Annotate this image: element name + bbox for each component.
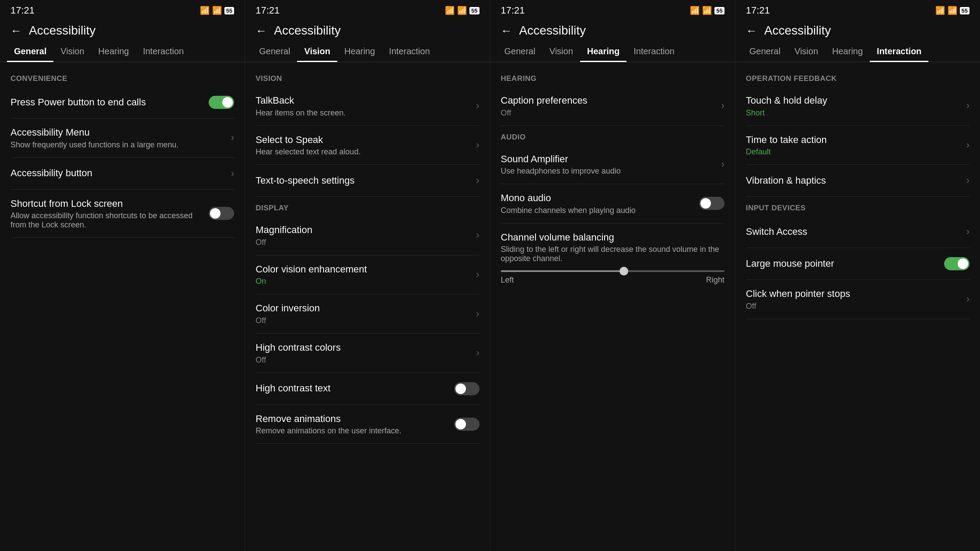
tab-vision[interactable]: Vision <box>542 41 580 62</box>
page-title: Accessibility <box>274 24 340 38</box>
back-button[interactable]: ← <box>746 24 757 38</box>
toggle-switch[interactable] <box>454 382 480 395</box>
toggle-thumb <box>222 97 233 108</box>
tab-general[interactable]: General <box>742 41 788 62</box>
chevron-right-icon: › <box>476 308 479 320</box>
page-title: Accessibility <box>519 24 586 38</box>
wifi-icon: 📶 <box>690 6 700 15</box>
row-content: Touch & hold delayShort <box>746 94 961 118</box>
settings-row[interactable]: Caption preferencesOff› <box>490 87 735 126</box>
status-icons: 📶 📶 55 <box>200 6 234 15</box>
settings-row[interactable]: Vibration & haptics› <box>735 165 980 196</box>
settings-row[interactable]: Shortcut from Lock screenAllow accessibi… <box>0 190 245 238</box>
tab-interaction[interactable]: Interaction <box>136 41 191 62</box>
settings-row[interactable]: Remove animationsRemove animations on th… <box>245 405 490 444</box>
settings-row[interactable]: Press Power button to end calls <box>0 87 245 118</box>
tab-hearing[interactable]: Hearing <box>91 41 136 62</box>
divider <box>256 443 479 444</box>
slider-track[interactable] <box>501 270 724 272</box>
settings-row[interactable]: Color inversionOff› <box>245 294 490 333</box>
tab-interaction[interactable]: Interaction <box>626 41 681 62</box>
row-subtitle: Hear items on the screen. <box>256 108 471 118</box>
tab-vision[interactable]: Vision <box>297 41 337 62</box>
chevron-right-icon: › <box>476 175 479 186</box>
row-subtitle: Sliding to the left or right will decrea… <box>501 245 724 263</box>
settings-row[interactable]: Large mouse pointer <box>735 248 980 279</box>
tab-general[interactable]: General <box>7 41 53 62</box>
tab-general[interactable]: General <box>497 41 542 62</box>
battery-badge: 55 <box>714 7 724 14</box>
settings-row[interactable]: High contrast text <box>245 373 490 405</box>
slider-label-right: Right <box>706 276 724 285</box>
tab-vision[interactable]: Vision <box>53 41 91 62</box>
settings-row[interactable]: Click when pointer stopsOff› <box>735 280 980 319</box>
settings-row[interactable]: Touch & hold delayShort› <box>735 87 980 126</box>
toggle-switch[interactable] <box>209 207 234 220</box>
tab-hearing[interactable]: Hearing <box>337 41 382 62</box>
chevron-right-icon: › <box>966 139 970 151</box>
settings-row[interactable]: MagnificationOff› <box>245 216 490 255</box>
settings-row[interactable]: Select to SpeakHear selected text read a… <box>245 126 490 165</box>
settings-row[interactable]: Time to take actionDefault› <box>735 126 980 165</box>
settings-row[interactable]: Sound AmplifierUse headphones to improve… <box>490 145 735 184</box>
row-content: Press Power button to end calls <box>10 96 203 109</box>
tab-interaction[interactable]: Interaction <box>382 41 437 62</box>
status-time: 17:21 <box>746 5 770 16</box>
tab-hearing[interactable]: Hearing <box>580 41 626 62</box>
toggle-switch[interactable] <box>699 197 724 210</box>
settings-row[interactable]: Text-to-speech settings› <box>245 165 490 196</box>
row-content: Large mouse pointer <box>746 258 939 270</box>
back-button[interactable]: ← <box>256 24 267 38</box>
chevron-right-icon: › <box>966 293 970 305</box>
back-button[interactable]: ← <box>501 24 512 38</box>
row-content: Accessibility button <box>10 167 226 180</box>
settings-row[interactable]: Channel volume balancingSliding to the l… <box>490 223 735 293</box>
toggle-switch[interactable] <box>944 257 970 270</box>
row-title: Click when pointer stops <box>746 288 961 300</box>
status-icons: 📶 📶 55 <box>935 6 970 15</box>
tab-general[interactable]: General <box>252 41 297 62</box>
tab-interaction[interactable]: Interaction <box>870 41 928 62</box>
toggle-switch[interactable] <box>209 96 234 109</box>
chevron-right-icon: › <box>966 100 970 112</box>
row-title: High contrast text <box>256 382 448 395</box>
page-title: Accessibility <box>764 24 831 38</box>
section-label: INPUT DEVICES <box>735 197 980 216</box>
settings-row[interactable]: Mono audioCombine channels when playing … <box>490 184 735 223</box>
section-label: DISPLAY <box>245 197 490 216</box>
content-area: CONVENIENCEPress Power button to end cal… <box>0 64 245 551</box>
toggle-switch[interactable] <box>454 418 480 431</box>
settings-row[interactable]: Switch Access› <box>735 216 980 248</box>
settings-row[interactable]: TalkBackHear items on the screen.› <box>245 87 490 126</box>
tab-vision[interactable]: Vision <box>788 41 825 62</box>
row-value: Off <box>256 316 471 325</box>
row-content: Vibration & haptics <box>746 174 961 187</box>
row-title: Time to take action <box>746 134 961 146</box>
settings-row[interactable]: High contrast colorsOff› <box>245 334 490 373</box>
settings-row[interactable]: Accessibility button› <box>0 158 245 189</box>
battery-badge: 55 <box>960 7 970 14</box>
slider-thumb[interactable] <box>620 267 628 276</box>
divider <box>10 237 234 238</box>
settings-row[interactable]: Color vision enhancementOn› <box>245 255 490 294</box>
slider-container[interactable]: Left Right <box>501 263 724 285</box>
section-label: AUDIO <box>490 126 735 145</box>
toggle-thumb <box>210 208 220 219</box>
wifi-icon: 📶 <box>935 6 945 15</box>
row-content: Caption preferencesOff <box>501 94 716 118</box>
tabs-bar: GeneralVisionHearingInteraction <box>735 41 980 62</box>
row-content: Switch Access <box>746 226 961 238</box>
toggle-thumb <box>958 258 968 269</box>
row-content: Channel volume balancingSliding to the l… <box>501 231 724 264</box>
toggle-thumb <box>700 198 711 209</box>
tab-hearing[interactable]: Hearing <box>825 41 870 62</box>
back-button[interactable]: ← <box>10 24 22 38</box>
row-title: Large mouse pointer <box>746 258 939 270</box>
status-time: 17:21 <box>256 5 280 16</box>
row-title: Shortcut from Lock screen <box>10 198 203 210</box>
row-title: Accessibility Menu <box>10 126 226 139</box>
chevron-right-icon: › <box>476 139 479 151</box>
section-label: CONVENIENCE <box>0 67 245 87</box>
settings-row[interactable]: Accessibility MenuShow frequently used f… <box>0 119 245 157</box>
section-label: OPERATION FEEDBACK <box>735 67 980 87</box>
